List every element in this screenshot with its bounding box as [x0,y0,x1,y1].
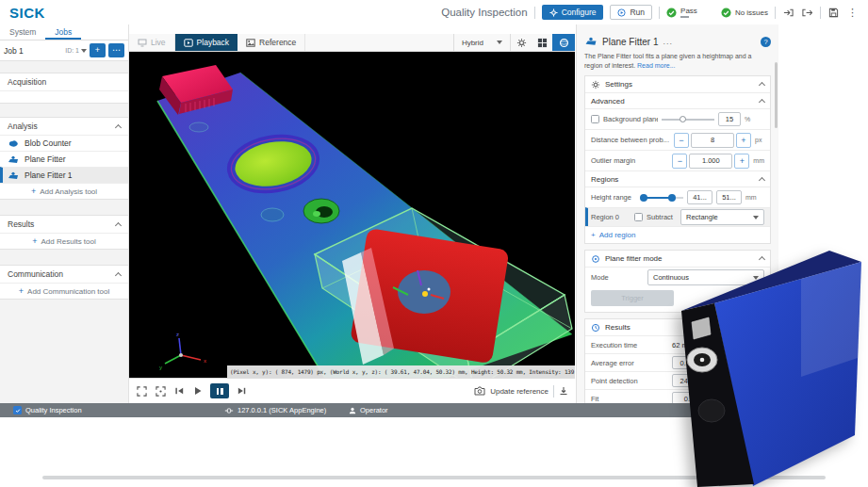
inspector-header: Plane Fitter 1 ... ? [584,36,771,47]
update-reference-button[interactable]: Update reference [474,385,568,398]
run-button[interactable]: Run [610,5,652,20]
tool-menu-button[interactable]: ... [663,37,673,46]
communication-header[interactable]: Communication [0,266,128,283]
plus-icon: + [32,236,37,246]
download-icon[interactable] [559,386,568,396]
view-mode-select[interactable]: Hybrid [453,34,511,51]
green-donut-object [303,199,339,223]
acquisition-header[interactable]: Acquisition [0,73,128,90]
advanced-label: Advanced [591,97,625,106]
results-title-label: Results [605,323,631,332]
app: SICK Quality Inspection Configure Run Pa… [0,0,868,487]
acquisition-section: Acquisition [0,73,128,104]
step-forward-icon [237,386,247,396]
target-icon [591,254,600,264]
wrench-icon [549,8,558,17]
fullscreen-button[interactable] [136,386,148,397]
add-job-button[interactable]: + [90,43,106,57]
sidebar-item-plane-fitter[interactable]: Plane Fitter [0,151,128,167]
pause-button[interactable] [210,383,229,398]
tab-system[interactable]: System [0,24,45,40]
gear-icon [516,38,527,48]
increment-button[interactable]: + [736,133,751,148]
plus-icon: + [19,286,24,296]
play-button[interactable] [192,386,204,396]
analysis-header[interactable]: Analysis [0,118,128,135]
tool-label: Plane Fitter [25,154,65,164]
tab-live[interactable]: Live [129,34,175,51]
world-axis-gizmo: x y z [159,332,206,370]
chevron-down-icon [497,41,502,44]
app-chip-icon [13,406,22,414]
log-in-button[interactable] [782,8,794,18]
configure-button[interactable]: Configure [542,5,604,20]
add-results-tool-button[interactable]: + Add Results tool [0,233,128,249]
regions-header[interactable]: Regions [585,170,770,187]
plus-icon: + [591,231,596,239]
advanced-header[interactable]: Advanced [585,92,770,108]
sidebar-item-plane-fitter-1[interactable]: Plane Fitter 1 [0,167,128,183]
viewer-settings-button[interactable] [511,34,532,51]
slider-thumb[interactable] [680,116,686,122]
3d-view-canvas[interactable]: x y z (Pixel x, y): ( 874, 1479) px, (Wo… [129,52,575,378]
outlier-margin-row: Outlier margin − 1.000 + mm [585,150,770,170]
tab-playback[interactable]: Playback [175,34,238,51]
add-communication-tool-button[interactable]: + Add Communication tool [0,283,128,299]
background-plane-input[interactable]: 15 [718,112,741,126]
height-range-max-input[interactable]: 51... [716,190,742,204]
distance-input[interactable]: 8 [691,133,734,148]
height-range-min-input[interactable]: 41... [687,190,712,204]
outlier-unit: mm [753,157,764,164]
region-label: Region 0 [591,213,631,221]
increment-button[interactable]: + [734,154,749,169]
decrement-button[interactable]: − [672,154,687,169]
distance-unit: px [755,137,762,143]
color-palette-button[interactable] [532,34,552,51]
more-menu-button[interactable]: ⋮ [846,7,859,19]
results-header[interactable]: Results [0,216,128,233]
footer-host: 127.0.0.1 (SICK AppEngine) [224,406,326,414]
divider [553,385,554,398]
connection-icon [224,407,234,414]
save-button[interactable] [827,8,840,18]
log-out-button[interactable] [801,8,813,18]
read-more-link[interactable]: Read more... [637,62,675,69]
communication-section: Communication + Add Communication tool [0,265,128,300]
help-button[interactable]: ? [761,37,771,47]
job-id-dropdown[interactable]: ID: 1 [65,47,87,54]
view-3d-toggle-button[interactable] [552,34,575,51]
background-plane-checkbox[interactable] [591,115,599,123]
background-plane-slider[interactable] [662,119,714,121]
add-results-label: Add Results tool [41,237,96,246]
distance-row: Distance between prob... − 8 + px [585,129,770,150]
save-icon [828,8,839,18]
sidebar-item-blob-counter[interactable]: Blob Counter [0,135,128,151]
tab-reference[interactable]: Reference [237,34,305,51]
subtract-checkbox[interactable] [634,213,643,221]
divider [659,7,660,19]
fit-view-button[interactable] [155,386,167,397]
plane-fitter-icon [8,154,19,165]
grid-icon [537,38,548,48]
skip-start-button[interactable] [173,386,186,396]
range-max-handle[interactable] [668,194,676,202]
divider [534,7,535,19]
tab-jobs[interactable]: Jobs [45,24,81,40]
step-forward-button[interactable] [236,386,248,396]
decrement-button[interactable]: − [674,133,689,148]
job-options-button[interactable]: ⋯ [108,43,124,57]
expand-icon [137,386,147,397]
settings-header[interactable]: Settings [585,76,770,92]
outlier-input[interactable]: 1.000 [689,154,732,169]
communication-label: Communication [8,269,63,279]
add-analysis-tool-button[interactable]: + Add Analysis tool [0,183,128,199]
no-issues-label: No issues [735,8,768,17]
tool-label: Plane Fitter 1 [25,170,73,180]
viewer-tab-bar: Live Playback Reference Hybrid [129,34,575,52]
range-min-handle[interactable] [640,194,647,202]
height-range-slider[interactable] [640,197,683,199]
camera-icon [474,386,485,396]
user-icon [349,407,356,414]
mode-title-label: Plane fitter mode [605,254,662,263]
panel-scrollbar[interactable] [775,62,778,128]
